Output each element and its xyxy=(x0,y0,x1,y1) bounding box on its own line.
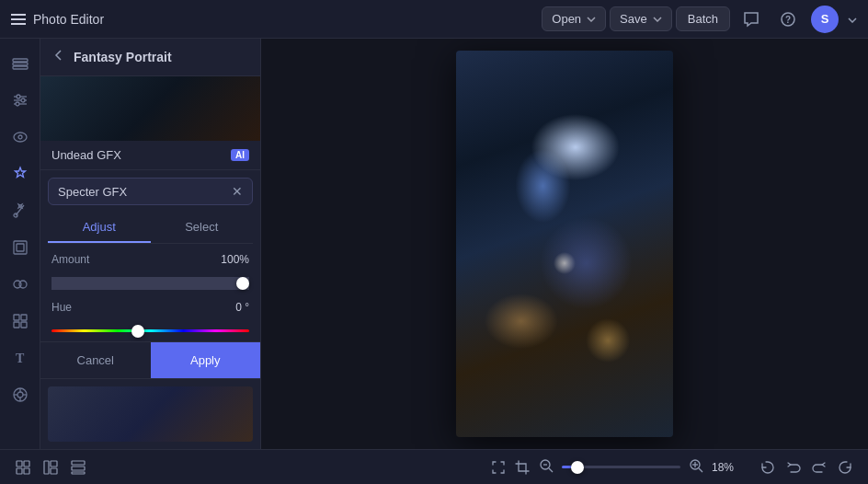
controls: Amount 100% Hue 0 ° Fidelity xyxy=(40,244,260,341)
apply-button[interactable]: Apply xyxy=(151,342,261,378)
rotate-icon[interactable] xyxy=(837,459,853,476)
groups-icon[interactable] xyxy=(5,269,36,300)
grid-view-3-icon[interactable] xyxy=(70,459,86,476)
canvas-image xyxy=(456,51,673,437)
filter-specter-selected[interactable]: Specter GFX ✕ xyxy=(48,178,253,205)
svg-line-45 xyxy=(699,468,702,472)
svg-text:T: T xyxy=(16,351,25,365)
bottom-right-icons xyxy=(760,459,853,476)
amount-label: Amount xyxy=(51,253,89,266)
tabs: Adjust Select xyxy=(48,213,253,244)
filter-undead[interactable]: Undead GFX AI xyxy=(40,141,260,170)
ai-badge: AI xyxy=(231,149,249,161)
svg-rect-30 xyxy=(24,461,29,467)
panel-sections: Adjust Select Amount 100% xyxy=(40,213,260,449)
svg-rect-33 xyxy=(44,461,49,474)
svg-rect-19 xyxy=(21,315,27,320)
svg-text:?: ? xyxy=(785,15,791,25)
zoom-value: 18% xyxy=(712,461,741,474)
hue-slider[interactable] xyxy=(51,329,249,332)
open-button[interactable]: Open xyxy=(542,6,606,31)
svg-point-17 xyxy=(19,281,27,288)
svg-rect-20 xyxy=(14,322,19,328)
eye-icon[interactable] xyxy=(5,121,36,153)
zoom-out-icon[interactable] xyxy=(538,457,554,478)
tab-select[interactable]: Select xyxy=(151,213,254,243)
svg-rect-15 xyxy=(17,244,24,251)
zoom-slider[interactable] xyxy=(562,466,680,468)
save-button[interactable]: Save xyxy=(610,6,672,31)
svg-point-12 xyxy=(18,135,22,139)
svg-point-11 xyxy=(14,133,27,142)
svg-point-6 xyxy=(17,95,20,98)
hue-control: Hue 0 ° xyxy=(51,301,249,336)
side-panel: Fantasy Portrait Undead GFX AI Specter G… xyxy=(40,39,261,449)
svg-rect-29 xyxy=(17,461,22,467)
svg-rect-31 xyxy=(17,468,22,474)
hue-value: 0 ° xyxy=(235,301,249,314)
topbar-right: ? S xyxy=(737,6,857,33)
tab-adjust[interactable]: Adjust xyxy=(48,213,151,243)
save-label: Save xyxy=(620,12,647,26)
svg-line-41 xyxy=(549,468,553,472)
app-title: Photo Editor xyxy=(33,12,104,27)
zoom-in-icon[interactable] xyxy=(688,457,704,478)
layers-icon[interactable] xyxy=(5,48,36,79)
topbar-center: Open Save Batch xyxy=(542,6,730,31)
close-icon[interactable]: ✕ xyxy=(232,184,243,199)
back-icon[interactable] xyxy=(51,48,66,66)
svg-rect-38 xyxy=(72,472,85,474)
svg-rect-21 xyxy=(21,322,27,328)
svg-point-10 xyxy=(16,102,19,106)
amount-control: Amount 100% xyxy=(51,253,249,288)
redo-icon[interactable] xyxy=(811,459,828,476)
avatar[interactable]: S xyxy=(811,6,839,33)
hue-label: Hue xyxy=(51,301,72,314)
grid-view-2-icon[interactable] xyxy=(42,459,59,476)
batch-button[interactable]: Batch xyxy=(676,6,730,31)
canvas-area xyxy=(261,39,868,449)
undo-icon[interactable] xyxy=(785,459,802,476)
svg-point-24 xyxy=(17,392,23,398)
svg-rect-36 xyxy=(72,461,85,465)
adjustments-icon[interactable] xyxy=(5,85,36,116)
svg-rect-34 xyxy=(51,461,57,467)
amount-value: 100% xyxy=(221,253,249,266)
avatar-chevron-icon[interactable] xyxy=(848,13,857,26)
chat-icon[interactable] xyxy=(737,6,765,33)
filter-gallery-icon[interactable] xyxy=(5,305,36,337)
zoom-control: 18% xyxy=(490,457,741,478)
svg-rect-14 xyxy=(14,241,27,254)
fit-screen-icon[interactable] xyxy=(490,459,507,476)
bottom-bar: 18% xyxy=(0,449,868,484)
svg-rect-4 xyxy=(13,66,28,69)
filter-specter-name: Specter GFX xyxy=(58,185,127,199)
open-label: Open xyxy=(552,12,581,26)
frames-icon[interactable] xyxy=(5,232,36,263)
grid-view-1-icon[interactable] xyxy=(15,459,31,476)
amount-slider[interactable] xyxy=(51,282,249,284)
hamburger-icon[interactable] xyxy=(11,14,26,25)
preset-thumbnail xyxy=(40,76,260,141)
action-buttons: Cancel Apply xyxy=(40,341,260,378)
crop-icon[interactable] xyxy=(514,459,531,476)
text-icon[interactable]: T xyxy=(5,342,36,374)
topbar: Photo Editor Open Save Batch ? S xyxy=(0,0,868,39)
panel-header: Fantasy Portrait xyxy=(40,39,260,76)
plugin-icon[interactable] xyxy=(5,379,36,410)
history-icon[interactable] xyxy=(760,459,776,476)
cancel-button[interactable]: Cancel xyxy=(40,342,151,378)
panel-bottom xyxy=(40,378,260,449)
magic-icon[interactable] xyxy=(5,195,36,226)
app-logo: Photo Editor xyxy=(11,12,104,27)
svg-rect-18 xyxy=(14,315,19,320)
svg-rect-32 xyxy=(24,468,29,474)
help-icon[interactable]: ? xyxy=(774,6,802,33)
svg-rect-35 xyxy=(51,468,57,474)
svg-rect-37 xyxy=(72,467,85,470)
batch-label: Batch xyxy=(688,12,718,26)
filter-undead-name: Undead GFX xyxy=(51,148,121,162)
icon-bar: T xyxy=(0,39,40,449)
bottom-thumbnail xyxy=(48,386,253,442)
effects-icon[interactable] xyxy=(5,158,36,190)
